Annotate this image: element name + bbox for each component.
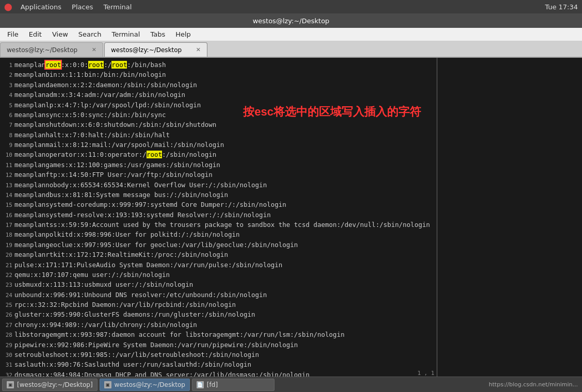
position-indicator: 1 , 1	[417, 370, 434, 377]
term-line-15: 15 meanplansystemd-coredump:x:999:997:sy…	[3, 200, 433, 209]
term-line-16: 16 meanplansystemd-resolve:x:193:193:sys…	[3, 210, 433, 220]
term-line-31: 31 saslauth:x:990:76:Saslauthd user:/run…	[3, 360, 433, 369]
places-menu[interactable]: Places	[68, 2, 97, 12]
terminal-pane-right[interactable]	[438, 58, 582, 377]
taskbar: ▣ [westos@lzy:~/Desktop] ▣ westos@lzy:~/…	[0, 377, 582, 392]
term-line-5: 5 meanplanlp:x:4:7:lp:/var/spool/lpd:/sb…	[3, 100, 433, 110]
menu-view[interactable]: View	[47, 29, 73, 39]
term-line-7: 7 meanplanshutdown:x:6:0:shutdown:/sbin:…	[3, 120, 433, 129]
term-line-28: 28 libstoragemgmt:x:993:987:daemon accou…	[3, 330, 433, 339]
taskbar-icon-2: ▣	[104, 381, 111, 388]
term-line-11: 11 meanplangames:x:12:100:games:/usr/gam…	[3, 160, 433, 170]
tab-2-label: westos@lzy:~/Desktop	[111, 46, 182, 54]
term-line-12: 12 meanplanftp:x:14:50:FTP User:/var/ftp…	[3, 170, 433, 179]
term-line-21: 21 pulse:x:171:171:PulseAudio System Dae…	[3, 260, 433, 270]
term-line-17: 17 meanplantss:x:59:59:Account used by t…	[3, 220, 433, 230]
term-line-30: 30 setroubleshoot:x:991:985::/var/lib/se…	[3, 350, 433, 360]
taskbar-icon-3: 📄	[197, 381, 204, 388]
term-line-22: 22 qemu:x:107:107:qemu user:/:/sbin/nolo…	[3, 270, 433, 280]
system-time: Tue 17:34	[545, 3, 578, 11]
term-line-9: 9 meanplanmail:x:8:12:mail:/var/spool/ma…	[3, 140, 433, 150]
terminal-menu[interactable]: Terminal	[99, 2, 136, 12]
taskbar-url: https://blog.csdn.net/minimin...	[489, 381, 580, 388]
taskbar-item-3[interactable]: 📄 [fd]	[192, 379, 274, 391]
term-line-6: 6 meanplansync:x:5:0:sync:/sbin:/bin/syn…	[3, 110, 433, 120]
applications-menu[interactable]: Applications	[17, 2, 66, 12]
term-line-26: 26 gluster:x:995:990:GlusterFS daemons:/…	[3, 309, 433, 319]
menu-bar: File Edit View Search Terminal Tabs Help	[0, 28, 582, 41]
terminal-area: 1 meanplanroot:x:0:0:root:/root:/bin/bas…	[0, 58, 582, 377]
window-title: westos@lzy:~/Desktop	[253, 17, 330, 25]
term-line-10: 10 meanplanoperator:x:11:0:operator:/roo…	[3, 150, 433, 159]
tab-2[interactable]: westos@lzy:~/Desktop ✕	[104, 42, 207, 57]
term-line-27: 27 chrony:x:994:989::/var/lib/chrony:/sb…	[3, 320, 433, 330]
system-bar-left: ⬤ Applications Places Terminal	[4, 2, 136, 12]
term-line-3: 3 meanplandaemon:x:2:2:daemon:/sbin:/sbi…	[3, 80, 433, 90]
taskbar-label-3: [fd]	[207, 381, 218, 388]
menu-tabs[interactable]: Tabs	[145, 29, 170, 39]
window-titlebar: westos@lzy:~/Desktop	[0, 13, 582, 28]
term-line-24: 24 unbound:x:996:991:Unbound DNS resolve…	[3, 290, 433, 300]
term-line-4: 4 meanplanadm:x:3:4:adm:/var/adm:/sbin/n…	[3, 90, 433, 100]
term-line-29: 29 pipewire:x:992:986:PipeWire System Da…	[3, 340, 433, 350]
term-line-23: 23 usbmuxd:x:113:113:usbmuxd user:/:/sbi…	[3, 280, 433, 289]
tabs-area: westos@lzy:~/Desktop ✕ westos@lzy:~/Desk…	[0, 41, 582, 58]
term-line-32: 32 dnsmasq:x:984:984:Dnsmasq DHCP and DN…	[3, 370, 433, 377]
taskbar-label-1: [westos@lzy:~/Desktop]	[17, 381, 93, 388]
menu-file[interactable]: File	[2, 29, 24, 39]
term-line-25: 25 rpc:x:32:32:Rpcbind Daemon:/var/lib/r…	[3, 300, 433, 309]
menu-search[interactable]: Search	[73, 29, 107, 39]
term-line-14: 14 meanplandbus:x:81:81:System message b…	[3, 190, 433, 200]
taskbar-item-1[interactable]: ▣ [westos@lzy:~/Desktop]	[2, 379, 98, 391]
term-line-8: 8 meanplanhalt:x:7:0:halt:/sbin:/sbin/ha…	[3, 130, 433, 140]
menu-help[interactable]: Help	[170, 29, 196, 39]
menu-edit[interactable]: Edit	[24, 29, 47, 39]
taskbar-label-2: westos@lzy:~/Desktop	[115, 381, 185, 388]
taskbar-icon-1: ▣	[7, 381, 14, 388]
terminal-pane-left[interactable]: 1 meanplanroot:x:0:0:root:/root:/bin/bas…	[0, 58, 438, 377]
tab-2-close[interactable]: ✕	[196, 46, 201, 53]
fedora-icon: ⬤	[4, 3, 12, 11]
taskbar-item-2[interactable]: ▣ westos@lzy:~/Desktop	[100, 379, 190, 391]
term-line-19: 19 meanplangeoclue:x:997:995:User for ge…	[3, 240, 433, 250]
term-line-1: 1 meanplanroot:x:0:0:root:/root:/bin/bas…	[3, 60, 433, 70]
term-line-18: 18 meanplanpolkitd:x:998:996:User for po…	[3, 230, 433, 239]
term-line-2: 2 meanplanbin:x:1:1:bin:/bin:/bin/nologi…	[3, 70, 433, 79]
tab-1[interactable]: westos@lzy:~/Desktop ✕	[0, 42, 103, 57]
tab-1-close[interactable]: ✕	[92, 46, 96, 53]
term-line-13: 13 meanplannobody:x:65534:65534:Kernel O…	[3, 180, 433, 190]
tab-1-label: westos@lzy:~/Desktop	[7, 46, 77, 54]
term-line-20: 20 meanplanrtkit:x:172:172:RealtimeKit:/…	[3, 250, 433, 259]
menu-terminal[interactable]: Terminal	[106, 29, 145, 39]
system-bar: ⬤ Applications Places Terminal Tue 17:34	[0, 0, 582, 13]
